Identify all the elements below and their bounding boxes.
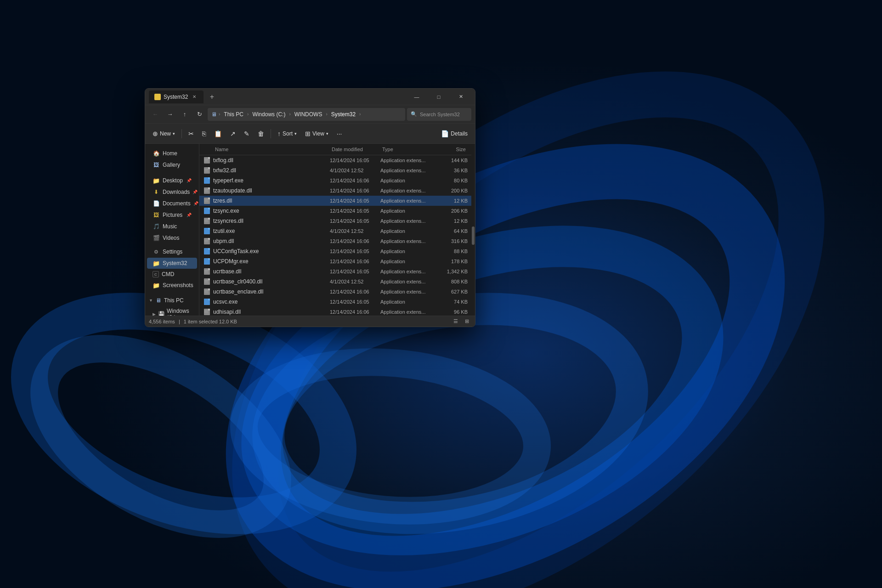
paste-btn[interactable]: 📋 xyxy=(210,126,226,141)
share-icon: ↗ xyxy=(230,130,236,137)
file-size: 808 KB xyxy=(440,279,468,284)
breadcrumb-this-pc[interactable]: This PC xyxy=(222,110,245,119)
col-header-type[interactable]: Type xyxy=(380,146,440,153)
table-row[interactable]: ubpm.dll12/14/2024 16:06Application exte… xyxy=(199,236,471,246)
table-row[interactable]: UCPDMgr.exe12/14/2024 16:06Application17… xyxy=(199,256,471,266)
table-row[interactable]: UCConfigTask.exe12/14/2024 16:05Applicat… xyxy=(199,246,471,256)
active-tab[interactable]: System32 ✕ xyxy=(149,90,204,103)
this-pc-label: This PC xyxy=(164,297,184,304)
more-options-btn[interactable]: ··· xyxy=(333,126,346,141)
table-row[interactable]: ucrtbase_enclave.dll12/14/2024 16:06Appl… xyxy=(199,287,471,297)
this-pc-header[interactable]: ▼ 🖥 This PC xyxy=(145,295,199,306)
file-name: UCPDMgr.exe xyxy=(213,258,330,265)
table-row[interactable]: ucrtbase.dll12/14/2024 16:05Application … xyxy=(199,266,471,277)
breadcrumb-windows-c[interactable]: Windows (C:) xyxy=(250,110,287,119)
minimize-btn[interactable]: — xyxy=(406,90,427,103)
file-name: ucrtbase.dll xyxy=(213,268,330,275)
svg-point-5 xyxy=(237,351,543,523)
refresh-btn[interactable]: ↻ xyxy=(193,108,206,121)
sidebar-item-videos[interactable]: 🎬 Videos xyxy=(147,232,197,243)
sidebar-documents-label: Documents xyxy=(163,200,191,207)
table-row[interactable]: tzautoupdate.dll12/14/2024 16:06Applicat… xyxy=(199,186,471,196)
sidebar-item-documents[interactable]: 📄 Documents 📌 xyxy=(147,198,197,209)
new-btn[interactable]: ⊕ New ▾ xyxy=(149,126,179,141)
file-size: 12 KB xyxy=(440,218,468,224)
delete-btn[interactable]: 🗑 xyxy=(254,126,268,141)
sidebar-item-system32[interactable]: 📁 System32 xyxy=(147,258,197,269)
sidebar-item-screenshots[interactable]: 📁 Screenshots xyxy=(147,280,197,291)
scrollbar-thumb[interactable] xyxy=(472,226,475,245)
sidebar-item-music[interactable]: 🎵 Music xyxy=(147,221,197,232)
sidebar-item-settings[interactable]: ⚙ Settings xyxy=(147,246,197,257)
back-btn[interactable]: ← xyxy=(149,108,162,121)
documents-pin: 📌 xyxy=(193,201,198,206)
file-size: 627 KB xyxy=(440,289,468,294)
col-header-size[interactable]: Size xyxy=(440,146,468,153)
explorer-window: System32 ✕ + — □ ✕ ← → ↑ ↻ 🖥 › This PC ›… xyxy=(145,88,475,327)
sidebar-screenshots-label: Screenshots xyxy=(163,282,193,288)
exe-icon xyxy=(203,207,210,215)
file-date: 12/14/2024 16:06 xyxy=(330,178,380,183)
up-btn[interactable]: ↑ xyxy=(178,108,191,121)
scrollbar[interactable] xyxy=(471,144,475,316)
sidebar-item-home[interactable]: 🏠 Home xyxy=(147,148,197,159)
search-box[interactable]: 🔍 Search System32 xyxy=(407,108,471,121)
view-btn[interactable]: ⊞ View ▾ xyxy=(301,126,332,141)
close-btn[interactable]: ✕ xyxy=(450,90,471,103)
sidebar-desktop-label: Desktop xyxy=(163,177,183,184)
table-row[interactable]: ucrtbase_clr0400.dll4/1/2024 12:52Applic… xyxy=(199,277,471,287)
table-row[interactable]: tzutil.exe4/1/2024 12:52Application64 KB xyxy=(199,226,471,236)
copy-btn[interactable]: ⎘ xyxy=(198,126,209,141)
breadcrumb-windows[interactable]: WINDOWS xyxy=(293,110,324,119)
file-type: Application extens... xyxy=(380,309,440,315)
breadcrumb-system32[interactable]: System32 xyxy=(329,110,357,119)
table-row[interactable]: txflog.dll12/14/2024 16:05Application ex… xyxy=(199,155,471,165)
copy-icon: ⎘ xyxy=(202,130,206,137)
file-type: Application xyxy=(380,228,440,234)
file-date: 4/1/2024 12:52 xyxy=(330,168,380,173)
file-area: Name Date modified Type Size txflog.dll1… xyxy=(199,144,471,316)
file-type: Application extens... xyxy=(380,188,440,193)
table-row[interactable]: tzres.dll12/14/2024 16:05Application ext… xyxy=(199,196,471,206)
cut-btn[interactable]: ✂ xyxy=(185,126,198,141)
breadcrumb[interactable]: 🖥 › This PC › Windows (C:) › WINDOWS › S… xyxy=(208,108,405,121)
details-btn[interactable]: 📄 Details xyxy=(437,126,471,141)
table-row[interactable]: udhisapi.dll12/14/2024 16:06Application … xyxy=(199,307,471,316)
file-name: ucrtbase_clr0400.dll xyxy=(213,278,330,285)
tab-close-btn[interactable]: ✕ xyxy=(191,93,198,101)
table-row[interactable]: tzsyncres.dll12/14/2024 16:05Application… xyxy=(199,216,471,226)
file-name: tzutil.exe xyxy=(213,228,330,234)
grid-view-btn[interactable]: ⊞ xyxy=(462,317,471,326)
file-type: Application xyxy=(380,259,440,264)
windows-c-chevron: ▶ xyxy=(153,312,156,316)
sidebar-cmd-label: CMD xyxy=(162,271,174,277)
col-header-name[interactable]: Name xyxy=(213,146,330,153)
table-row[interactable]: ucsvc.exe12/14/2024 16:05Application74 K… xyxy=(199,297,471,307)
sidebar-item-desktop[interactable]: 📁 Desktop 📌 xyxy=(147,175,197,186)
delete-icon: 🗑 xyxy=(258,130,264,137)
sidebar-item-gallery[interactable]: 🖼 Gallery xyxy=(147,159,197,170)
sidebar-item-cmd[interactable]: C CMD xyxy=(147,269,197,279)
table-row[interactable]: txfw32.dll4/1/2024 12:52Application exte… xyxy=(199,165,471,175)
list-view-btn[interactable]: ☰ xyxy=(451,317,460,326)
sidebar-item-downloads[interactable]: ⬇ Downloads 📌 xyxy=(147,187,197,198)
new-tab-btn[interactable]: + xyxy=(205,90,218,103)
windows-c-header[interactable]: ▶ 💾 Windows (C:) xyxy=(145,306,199,316)
toolbar: ⊕ New ▾ ✂ ⎘ 📋 ↗ ✎ 🗑 ↑ Sort ▾ ⊞ xyxy=(145,124,475,144)
maximize-btn[interactable]: □ xyxy=(428,90,449,103)
table-row[interactable]: tzsync.exe12/14/2024 16:05Application206… xyxy=(199,206,471,216)
sort-btn[interactable]: ↑ Sort ▾ xyxy=(274,126,300,141)
details-label: Details xyxy=(451,130,468,137)
col-header-date[interactable]: Date modified xyxy=(330,146,380,153)
rename-btn[interactable]: ✎ xyxy=(240,126,253,141)
file-name: txflog.dll xyxy=(213,157,330,164)
file-date: 12/14/2024 16:05 xyxy=(330,299,380,305)
share-btn[interactable]: ↗ xyxy=(226,126,239,141)
sidebar-item-pictures[interactable]: 🖼 Pictures 📌 xyxy=(147,209,197,220)
table-row[interactable]: typeperf.exe12/14/2024 16:06Application8… xyxy=(199,175,471,186)
file-size: 316 KB xyxy=(440,238,468,244)
file-name: tzsyncres.dll xyxy=(213,218,330,224)
file-name: ucsvc.exe xyxy=(213,299,330,305)
forward-btn[interactable]: → xyxy=(164,108,176,121)
file-size: 200 KB xyxy=(440,188,468,193)
